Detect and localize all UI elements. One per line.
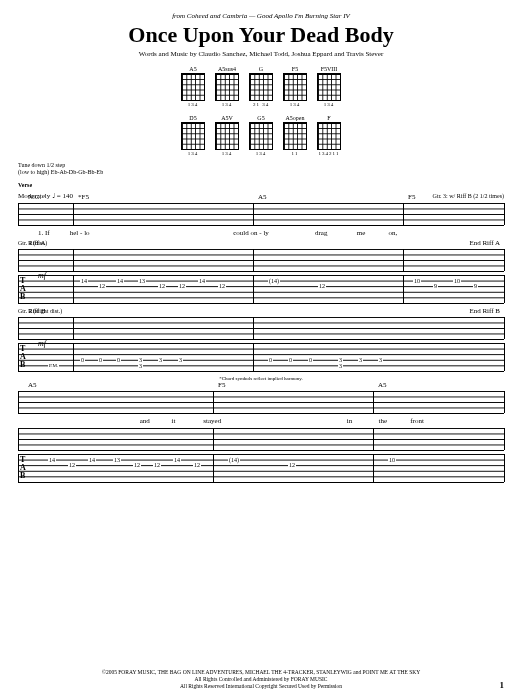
riff-end: End Riff A (469, 239, 500, 247)
credits: Words and Music by Claudio Sanchez, Mich… (18, 50, 504, 58)
chord-diagram: G5134 (247, 115, 275, 156)
chord-chart: A5134 A5sus4134 G21 34 F5134 F5VIII134 (18, 66, 504, 107)
tab-clef-icon: TAB (20, 277, 26, 301)
header: from Coheed and Cambria — Good Apollo I'… (18, 12, 504, 58)
tab-clef-icon: TAB (20, 456, 26, 480)
section-label: Verse (18, 182, 504, 189)
copyright-footer: ©2005 FORAY MUSIC, THE BAG ON LINE ADVEN… (18, 669, 504, 690)
tuning-note: Tune down 1/2 step (low to high) Eb-Ab-D… (18, 162, 504, 176)
vocal-staff-2: A5 F5 A5 (18, 391, 504, 414)
chord-diagram: F5VIII134 (315, 66, 343, 107)
lyrics-line-2: and it stayed in the front (18, 417, 504, 425)
chord-diagram: A5sus4134 (213, 66, 241, 107)
gtr1-tab-2: TAB 14 12 14 13 12 12 14 12 (14) 12 10 (18, 454, 504, 483)
gtr2-staff: Riff B End Riff B mf (18, 317, 504, 340)
gtr1-tab: TAB 14 12 14 13 12 12 14 12 (14) 12 10 9… (18, 275, 504, 304)
song-title: Once Upon Your Dead Body (18, 22, 504, 48)
chord-diagram: A5open11 (281, 115, 309, 156)
riff-note: Gtr. 3: w/ Riff B (2 1/2 times) (432, 193, 504, 199)
gtr1-staff: Riff A End Riff A mf (18, 249, 504, 272)
chord-diagram: G21 34 (247, 66, 275, 107)
riff-label: Riff B (28, 307, 46, 315)
source-line: from Coheed and Cambria — Good Apollo I'… (18, 12, 504, 20)
riff-end: End Riff B (469, 307, 500, 315)
chord-diagram: A5V134 (213, 115, 241, 156)
riff-label: Riff A (28, 239, 46, 247)
system-1: N.C. *F5 A5 F5 Gtr. 3: w/ Riff B (2 1/2 … (18, 203, 504, 381)
vocal-staff: N.C. *F5 A5 F5 Gtr. 3: w/ Riff B (2 1/2 … (18, 203, 504, 226)
pm-marking: P.M. (48, 363, 59, 368)
gtr2-tab: TAB P.M. 0 0 0 3 3 3 3 0 0 0 3 3 3 3 (18, 343, 504, 372)
chord-diagram: F134211 (315, 115, 343, 156)
chord-diagram: D5134 (179, 115, 207, 156)
chord-diagram: F5134 (281, 66, 309, 107)
chord-footnote: *Chord symbols reflect implied harmony. (18, 376, 504, 381)
gtr2-label: Gtr. 2 (slight dist.) (18, 308, 504, 314)
gtr1-label: Gtr. 1 (dist.) (18, 240, 504, 246)
chord-diagram: A5134 (179, 66, 207, 107)
chord-chart-row2: D5134 A5V134 G5134 A5open11 F134211 (18, 115, 504, 156)
tab-clef-icon: TAB (20, 345, 26, 369)
system-2: A5 F5 A5 and it stayed in the front TAB … (18, 391, 504, 483)
lyrics-line-1: 1. If hel - lo could on - ly drag me on, (18, 229, 504, 237)
gtr1-staff-2 (18, 428, 504, 451)
page-number: 1 (500, 680, 505, 690)
